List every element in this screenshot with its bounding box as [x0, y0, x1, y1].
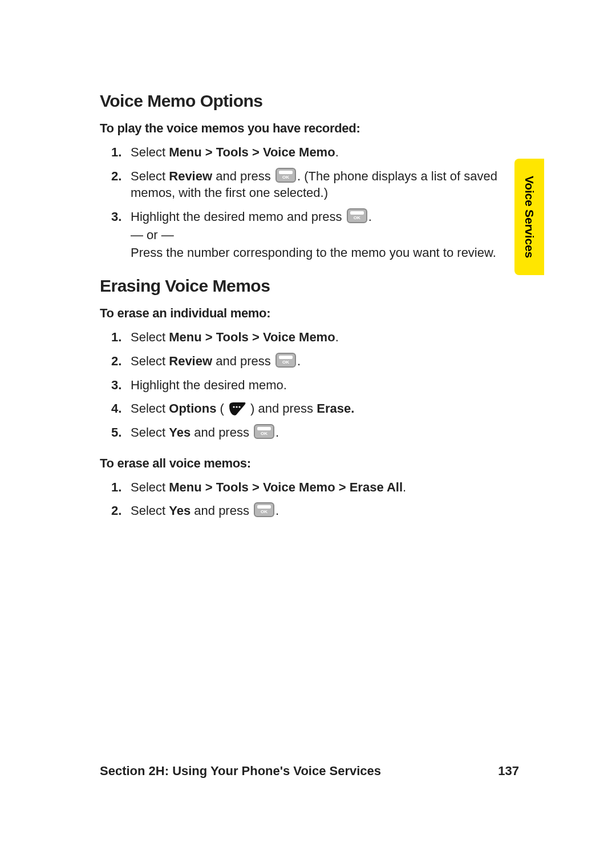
step: Select Menu > Tools > Voice Memo.: [131, 329, 519, 346]
footer-page-number: 137: [498, 764, 519, 779]
step: Select Options ( ) and press Erase.: [131, 400, 519, 417]
step-text: .: [297, 354, 301, 368]
step-text: Select: [131, 145, 169, 159]
step: Select Review and press . (The phone dis…: [131, 168, 519, 201]
step-bold: Review: [169, 354, 212, 368]
menu-ok-key-icon: [254, 502, 274, 517]
menu-ok-key-icon: [347, 208, 367, 223]
step-text: Select: [131, 503, 169, 518]
step-text: .: [335, 145, 339, 159]
lead-erase-all: To erase all voice memos:: [100, 456, 519, 471]
step-text: Highlight the desired memo and press: [131, 209, 346, 224]
step-text: Select: [131, 354, 169, 368]
step-bold: Menu > Tools > Voice Memo: [169, 145, 335, 159]
heading-erasing-voice-memos: Erasing Voice Memos: [100, 276, 519, 296]
step-text: (: [216, 401, 228, 416]
step-text: Select: [131, 330, 169, 344]
step: Highlight the desired memo.: [131, 377, 519, 394]
steps-erase-one: Select Menu > Tools > Voice Memo. Select…: [100, 329, 519, 441]
step-text: .: [403, 480, 406, 494]
step-text: Select: [131, 425, 169, 439]
svg-point-1: [236, 406, 237, 408]
step: Highlight the desired memo and press . —…: [131, 208, 519, 261]
steps-play: Select Menu > Tools > Voice Memo. Select…: [100, 144, 519, 261]
lead-erase-individual: To erase an individual memo:: [100, 306, 519, 321]
page-footer: Section 2H: Using Your Phone's Voice Ser…: [100, 764, 519, 779]
options-softkey-icon: [229, 402, 246, 416]
step-text: Select: [131, 480, 169, 494]
step: Select Yes and press .: [131, 502, 519, 519]
steps-erase-all: Select Menu > Tools > Voice Memo > Erase…: [100, 479, 519, 519]
step-text: Press the number corresponding to the me…: [131, 245, 496, 260]
step: Select Menu > Tools > Voice Memo.: [131, 144, 519, 161]
lead-play-memos: To play the voice memos you have recorde…: [100, 121, 519, 136]
step-text: .: [275, 503, 279, 518]
step-text: .: [335, 330, 339, 344]
step: Select Yes and press .: [131, 424, 519, 441]
step-bold: Options: [169, 401, 216, 416]
step-text: .: [368, 209, 372, 224]
step-bold: Yes: [169, 503, 191, 518]
svg-point-0: [233, 406, 234, 408]
menu-ok-key-icon: [254, 424, 274, 439]
step-bold: Erase.: [317, 401, 354, 416]
step: Select Menu > Tools > Voice Memo > Erase…: [131, 479, 519, 496]
footer-section-title: Section 2H: Using Your Phone's Voice Ser…: [100, 764, 381, 779]
menu-ok-key-icon: [275, 168, 296, 183]
step-text: Highlight the desired memo.: [131, 378, 287, 392]
step-text: and press: [191, 425, 253, 439]
svg-point-2: [238, 406, 240, 408]
side-tab-label: Voice Services: [522, 176, 536, 258]
step-text: .: [275, 425, 279, 439]
heading-voice-memo-options: Voice Memo Options: [100, 91, 519, 111]
step-bold: Menu > Tools > Voice Memo > Erase All: [169, 480, 403, 494]
menu-ok-key-icon: [275, 353, 296, 368]
step: Select Review and press .: [131, 353, 519, 370]
step-text: Select: [131, 169, 169, 183]
step-text: Select: [131, 401, 169, 416]
step-text: ) and press: [247, 401, 317, 416]
or-separator: — or —: [131, 227, 519, 244]
step-text: and press: [212, 169, 274, 183]
step-text: and press: [191, 503, 253, 518]
step-text: and press: [212, 354, 274, 368]
step-bold: Review: [169, 169, 212, 183]
step-bold: Yes: [169, 425, 191, 439]
manual-page: Voice Services Voice Memo Options To pla…: [0, 0, 616, 863]
step-bold: Menu > Tools > Voice Memo: [169, 330, 335, 344]
